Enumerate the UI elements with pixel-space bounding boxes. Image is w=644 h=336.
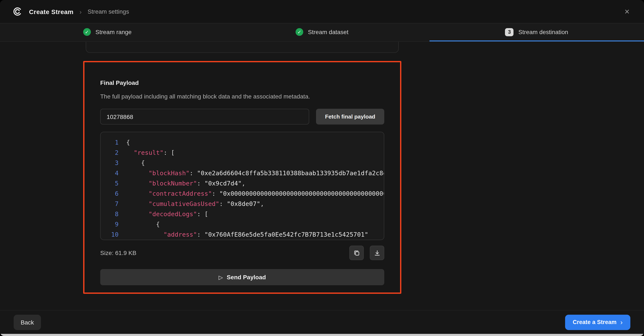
code-line: 7 "cumulativeGasUsed": "0x8de07", xyxy=(106,199,384,209)
block-number-input[interactable] xyxy=(100,109,309,124)
final-payload-highlight-box: Final Payload The full payload including… xyxy=(83,61,401,294)
step-label: Stream destination xyxy=(518,28,568,36)
back-button[interactable]: Back xyxy=(14,314,41,330)
check-icon: ✓ xyxy=(296,28,303,36)
create-stream-window: Create Stream › Stream settings × ✓ Stre… xyxy=(0,0,644,336)
check-icon: ✓ xyxy=(83,28,91,36)
code-line: 8 "decodedLogs": [ xyxy=(106,209,384,219)
page-title: Create Stream xyxy=(29,8,74,15)
step-stream-destination[interactable]: 3 Stream destination xyxy=(429,24,644,41)
chevron-right-icon: › xyxy=(620,319,623,326)
payload-size-row: Size: 61.9 KB xyxy=(100,246,384,260)
create-stream-label: Create a Stream xyxy=(573,319,617,325)
step-label: Stream range xyxy=(96,28,132,36)
play-icon: ▷ xyxy=(218,274,223,280)
payload-action-buttons xyxy=(349,246,384,260)
code-lines: 1{2 "result": [3 {4 "blockHash": "0xe2a6… xyxy=(106,137,384,240)
breadcrumb-separator-icon: › xyxy=(80,8,82,15)
copy-icon xyxy=(353,250,360,256)
app-logo-icon xyxy=(12,6,23,17)
main-content: Final Payload The full payload including… xyxy=(0,42,644,310)
stepper: ✓ Stream range ✓ Stream dataset 3 Stream… xyxy=(0,24,644,42)
copy-payload-button[interactable] xyxy=(349,246,364,260)
send-payload-button[interactable]: ▷ Send Payload xyxy=(100,269,384,285)
step-number-badge: 3 xyxy=(505,28,514,36)
send-payload-label: Send Payload xyxy=(227,274,266,280)
code-line: 6 "contractAddress": "0x0000000000000000… xyxy=(106,188,384,199)
close-icon[interactable]: × xyxy=(622,6,632,18)
final-payload-title: Final Payload xyxy=(100,79,384,86)
code-line: 9 { xyxy=(106,219,384,230)
window-bottom-edge xyxy=(0,334,644,336)
scale-wrapper: Create Stream › Stream settings × ✓ Stre… xyxy=(0,0,644,336)
footer-bar: Back Create a Stream › xyxy=(0,310,644,334)
download-payload-button[interactable] xyxy=(370,246,384,260)
block-input-row: Fetch final payload xyxy=(100,109,384,124)
step-label: Stream dataset xyxy=(308,28,348,36)
code-line: 1{ xyxy=(106,137,384,148)
code-line: 3 { xyxy=(106,158,384,168)
final-payload-description: The full payload including all matching … xyxy=(100,93,384,100)
step-stream-range[interactable]: ✓ Stream range xyxy=(0,24,215,41)
code-line: 5 "blockNumber": "0x9cd7d4", xyxy=(106,178,384,188)
code-line: 10 "address": "0x760AfE86e5de5fa0Ee542fc… xyxy=(106,230,384,240)
titlebar: Create Stream › Stream settings × xyxy=(0,0,644,24)
step-stream-dataset[interactable]: ✓ Stream dataset xyxy=(215,24,430,41)
create-stream-button[interactable]: Create a Stream › xyxy=(565,314,630,330)
previous-card-partial xyxy=(86,42,399,53)
code-line: 2 "result": [ xyxy=(106,148,384,158)
download-icon xyxy=(374,250,380,256)
payload-code-viewer[interactable]: 1{2 "result": [3 {4 "blockHash": "0xe2a6… xyxy=(100,132,384,240)
payload-size-label: Size: 61.9 KB xyxy=(100,250,136,256)
breadcrumb: Stream settings xyxy=(88,8,129,15)
code-line: 4 "blockHash": "0xe2a6d6604c8ffa5b338110… xyxy=(106,168,384,178)
fetch-final-payload-button[interactable]: Fetch final payload xyxy=(316,109,384,124)
